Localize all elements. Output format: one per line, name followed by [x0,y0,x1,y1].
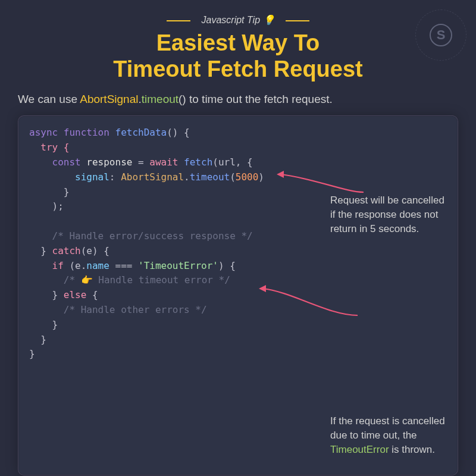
tok: (e) { [81,245,109,256]
badge-logo: S [430,24,452,46]
tok-signal: signal [29,171,109,183]
tok-abortsignal: AbortSignal [121,171,184,183]
tok-timeout: timeout [190,171,230,183]
svg-marker-0 [277,171,284,178]
code-block: async function fetchData() { try { const… [18,115,458,475]
tok: (url, { [212,156,252,168]
tok-if: if [29,260,69,271]
author-badge: S [415,10,466,61]
svg-marker-1 [259,285,266,292]
tok-await: await [149,156,184,168]
tok-fetch: fetch [184,156,212,168]
tok: () { [167,127,190,138]
tok: = [138,156,149,168]
callout-error-name: TimeoutError [330,444,389,455]
tok: } [29,348,35,359]
tok: === [115,260,139,271]
tok: : [109,171,121,183]
tok: ) { [218,260,236,271]
callout-timeout: Request will be cancelled if the respons… [330,193,449,236]
intro-text: We can use AbortSignal.timeout() to time… [18,93,458,106]
tok: . [184,171,190,183]
intro-pre: We can use [18,93,80,105]
tok: ); [29,201,64,212]
tok-function: function [64,127,115,138]
kicker-text: Javascript Tip 💡 [202,15,275,25]
tok-fn-name: fetchData [115,127,167,138]
tok-try: try { [29,142,69,153]
callout-text: is thrown. [389,444,435,455]
tok: ) [258,171,264,183]
tok-const: const [29,156,86,168]
callout-text: If the request is cancelled due to time … [330,415,445,441]
tok: { [92,289,98,300]
tok: } [29,319,58,330]
badge-letter: S [437,27,446,43]
kicker: Javascript Tip 💡 [18,14,458,26]
callout-error: If the request is cancelled due to time … [330,414,449,456]
tok-name: name [86,260,115,271]
tok-num: 5000 [236,171,259,183]
intro-method: timeout [142,93,178,105]
tok-string: 'TimeoutError' [138,260,218,271]
tok: } [29,289,64,300]
tok-else: else [64,289,92,300]
tok-catch: catch [52,245,81,256]
intro-post: () to time out the fetch request. [178,93,333,105]
callout-text: Request will be cancelled if the respons… [330,195,444,234]
tok: ( [230,171,236,183]
title: Easiest Way To Timeout Fetch Request [18,30,458,82]
tok: } [29,245,52,256]
tok: } [29,334,46,345]
title-line-1: Easiest Way To [156,30,320,55]
tok-comment: /* 👉 Handle timeout error */ [29,274,230,286]
tok-comment: /* Handle other errors */ [29,304,207,315]
tok: (e. [69,260,86,271]
intro-class: AbortSignal [80,93,138,105]
tok-var: response [86,156,138,168]
tok-async: async [29,127,64,138]
card: Javascript Tip 💡 Easiest Way To Timeout … [0,0,476,476]
tok: } [29,186,69,198]
title-line-2: Timeout Fetch Request [113,57,362,82]
arrow-icon [256,283,375,324]
tok-comment: /* Handle error/success response */ [29,230,253,242]
